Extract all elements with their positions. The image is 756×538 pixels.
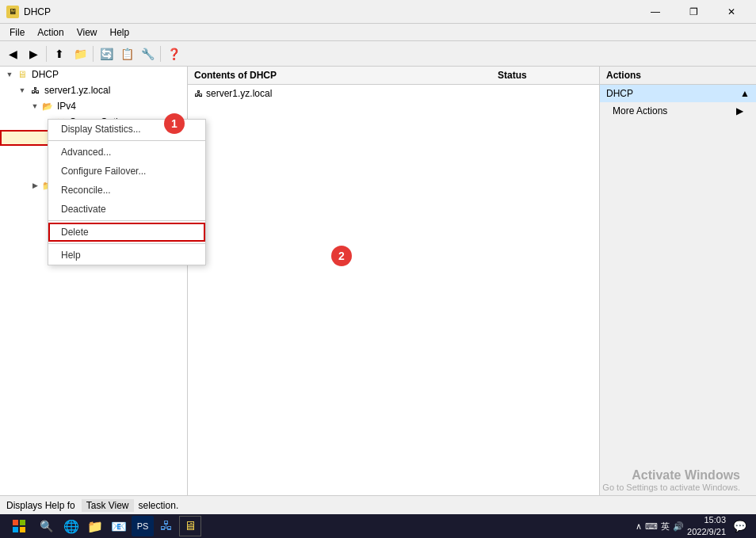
action-more-arrow: ▶ [736, 105, 743, 116]
taskbar: 🔍 🌐 📁 📧 PS 🖧 🖥 ∧ ⌨ 英 🔊 15:03 2022/9/21 💬 [0, 514, 756, 538]
taskbar-dhcp[interactable]: 🖥 [179, 516, 201, 536]
actions-panel: Actions DHCP ▲ More Actions ▶ [600, 67, 756, 495]
tree-item-ipv4[interactable]: ▼ 📂 IPv4 [0, 98, 187, 114]
context-item-delete[interactable]: Delete [48, 223, 205, 242]
taskbar-explorer[interactable]: 📁 [84, 516, 106, 536]
expand-ipv4: ▼ [29, 100, 41, 113]
toolbar-up[interactable]: ⬆ [50, 44, 69, 63]
close-button[interactable]: ✕ [713, 0, 750, 24]
context-item-deactivate[interactable]: Deactivate [48, 200, 205, 219]
taskbar-mail[interactable]: 📧 [108, 516, 130, 536]
status-text: Displays Help fo [6, 500, 75, 511]
toolbar-folder[interactable]: 📁 [71, 44, 90, 63]
taskbar-time-value: 15:03 [687, 514, 726, 526]
menu-view[interactable]: View [71, 25, 104, 40]
taskbar-notification[interactable]: 💬 [729, 516, 750, 536]
menu-help[interactable]: Help [104, 25, 136, 40]
content-header: Contents of DHCP Status [188, 67, 599, 85]
context-item-advanced[interactable]: Advanced... [48, 143, 205, 162]
context-item-configure-failover[interactable]: Configure Failover... [48, 162, 205, 181]
expand-dhcp: ▼ [3, 68, 16, 81]
maximize-button[interactable]: ❐ [675, 0, 712, 24]
taskbar-ie[interactable]: 🌐 [60, 516, 82, 536]
tree-item-server[interactable]: ▼ 🖧 server1.yz.local [0, 82, 187, 98]
menu-bar: File Action View Help [0, 24, 756, 41]
toolbar-sep2 [93, 46, 94, 62]
toolbar-forward[interactable]: ▶ [24, 44, 43, 63]
context-item-help[interactable]: Help [48, 246, 205, 265]
taskbar-right: ∧ ⌨ 英 🔊 15:03 2022/9/21 💬 [636, 514, 753, 538]
svg-rect-1 [20, 520, 25, 525]
action-dhcp-label: DHCP [606, 88, 633, 99]
svg-rect-2 [13, 527, 18, 532]
taskbar-keyboard: ⌨ [645, 521, 658, 532]
toolbar: ◀ ▶ ⬆ 📁 🔄 📋 🔧 ❓ [0, 41, 756, 67]
toolbar-export[interactable]: 📋 [117, 44, 136, 63]
toolbar-refresh[interactable]: 🔄 [97, 44, 116, 63]
taskbar-chevron[interactable]: ∧ [636, 521, 642, 532]
step-badge-1: 1 [164, 113, 185, 134]
tree-label-ipv4: IPv4 [57, 101, 76, 112]
toolbar-sep3 [160, 46, 161, 62]
app-icon: 🖥 [6, 6, 19, 18]
actions-header: Actions [600, 67, 756, 85]
status-selection: selection. [139, 500, 179, 511]
toolbar-back[interactable]: ◀ [3, 44, 22, 63]
action-dhcp-arrow: ▲ [740, 88, 750, 99]
content-col-header-status: Status [498, 70, 593, 81]
svg-rect-3 [20, 527, 25, 532]
step-badge-2: 2 [331, 246, 352, 266]
content-cell-name: 🖧 server1.yz.local [194, 88, 498, 99]
context-sep2 [48, 220, 205, 221]
taskbar-search[interactable]: 🔍 [35, 516, 57, 536]
taskbar-pinned: 🌐 📁 📧 PS 🖧 🖥 [60, 516, 201, 536]
toolbar-properties[interactable]: 🔧 [138, 44, 157, 63]
tree-label-dhcp: DHCP [32, 69, 59, 80]
expand-ipv6: ▶ [29, 179, 41, 192]
context-menu: Display Statistics... Advanced... Config… [48, 119, 206, 265]
taskbar-clock: 15:03 2022/9/21 [687, 514, 726, 538]
toolbar-sep1 [46, 46, 47, 62]
task-view-button[interactable]: Task View [82, 499, 134, 512]
taskbar-lang: 英 [661, 521, 670, 532]
context-sep1 [48, 140, 205, 141]
context-sep3 [48, 243, 205, 244]
center-panel: Contents of DHCP Status 🖧 server1.yz.loc… [188, 67, 600, 495]
start-button[interactable] [3, 516, 35, 536]
title-bar-left: 🖥 DHCP [6, 6, 51, 18]
icon-ipv4: 📂 [41, 100, 54, 113]
icon-dhcp: 🖥 [16, 68, 29, 81]
tree-label-server: server1.yz.local [44, 85, 110, 96]
content-col-header-name: Contents of DHCP [194, 70, 498, 81]
menu-file[interactable]: File [3, 25, 31, 40]
taskbar-sound: 🔊 [673, 521, 684, 532]
taskbar-network[interactable]: 🖧 [155, 516, 178, 536]
svg-rect-0 [13, 520, 18, 525]
toolbar-help[interactable]: ❓ [164, 44, 183, 63]
title-bar-controls: — ❐ ✕ [637, 0, 750, 24]
tree-item-dhcp[interactable]: ▼ 🖥 DHCP [0, 67, 187, 82]
menu-action[interactable]: Action [31, 25, 70, 40]
window-title: DHCP [24, 6, 51, 17]
action-more-label: More Actions [613, 105, 667, 116]
context-item-reconcile[interactable]: Reconcile... [48, 181, 205, 200]
taskbar-powershell[interactable]: PS [132, 516, 154, 536]
action-more-actions[interactable]: More Actions ▶ [600, 102, 756, 120]
expand-server: ▼ [16, 84, 29, 97]
content-row-server[interactable]: 🖧 server1.yz.local [188, 85, 599, 102]
icon-server: 🖧 [29, 84, 41, 97]
taskbar-date-value: 2022/9/21 [687, 526, 726, 538]
content-icon-server: 🖧 [194, 89, 203, 98]
status-bar: Displays Help fo Task View selection. [0, 495, 756, 514]
title-bar: 🖥 DHCP — ❐ ✕ [0, 0, 756, 24]
minimize-button[interactable]: — [637, 0, 674, 24]
action-dhcp[interactable]: DHCP ▲ [600, 85, 756, 102]
